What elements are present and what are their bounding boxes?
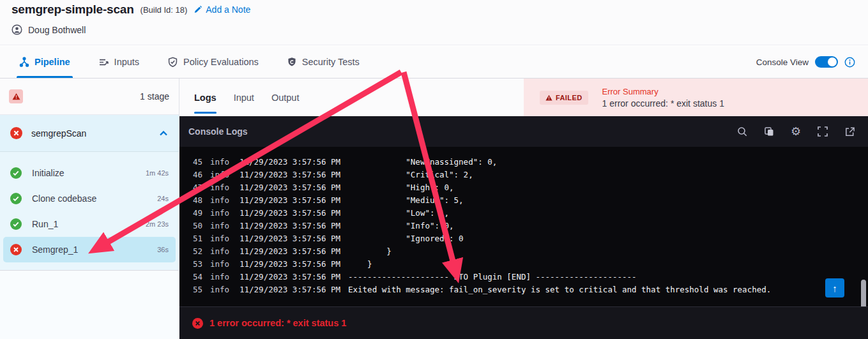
warning-badge-icon bbox=[9, 89, 23, 103]
shield-security-icon bbox=[287, 57, 297, 67]
tab-logs[interactable]: Logs bbox=[194, 79, 217, 116]
search-icon[interactable] bbox=[736, 126, 748, 137]
stage-count-row: 1 stage bbox=[0, 79, 179, 115]
logs-tab-underline bbox=[194, 112, 217, 114]
error-summary-title: Error Summary bbox=[602, 87, 724, 96]
log-level: info bbox=[210, 258, 234, 271]
error-summary-panel: FAILED Error Summary 1 error occurred: *… bbox=[524, 79, 868, 116]
log-message: "NewUnassigned": 0, bbox=[348, 156, 497, 169]
log-line: 50info11/29/2023 3:57:56 PM "Info": 0, bbox=[179, 220, 868, 232]
console-log-body[interactable]: 45info11/29/2023 3:57:56 PM "NewUnassign… bbox=[179, 147, 868, 306]
log-line: 54info11/29/2023 3:57:56 PM-------------… bbox=[179, 271, 868, 283]
log-line: 55info11/29/2023 3:57:56 PMExited with m… bbox=[179, 283, 868, 296]
log-message: } bbox=[348, 245, 392, 258]
line-number: 53 bbox=[192, 258, 202, 271]
chevron-up-icon[interactable] bbox=[158, 129, 169, 138]
log-message: "Low": 1, bbox=[348, 207, 449, 220]
build-id: (Build Id: 18) bbox=[141, 5, 188, 15]
line-number: 45 bbox=[192, 156, 202, 169]
step-initialize[interactable]: Initialize 1m 42s bbox=[3, 160, 176, 186]
log-message: "Critical": 2, bbox=[348, 169, 473, 181]
title-row: semgrep-simple-scan (Build Id: 18) Add a… bbox=[11, 3, 250, 17]
log-line: 45info11/29/2023 3:57:56 PM "NewUnassign… bbox=[179, 156, 868, 169]
step-run-1[interactable]: Run_1 2m 23s bbox=[3, 211, 176, 237]
user-name: Doug Bothwell bbox=[28, 25, 86, 35]
step-name: Clone codebase bbox=[32, 193, 157, 204]
step-name: Semgrep_1 bbox=[32, 245, 157, 255]
tab-input[interactable]: Input bbox=[234, 79, 254, 116]
pipeline-execution-page: semgrep-simple-scan (Build Id: 18) Add a… bbox=[0, 0, 868, 339]
tab-output[interactable]: Output bbox=[271, 79, 300, 116]
step-duration: 36s bbox=[157, 246, 169, 253]
warning-triangle-icon bbox=[545, 94, 552, 101]
scroll-to-top-button[interactable]: ↑ bbox=[825, 278, 844, 298]
failed-badge: FAILED bbox=[540, 91, 588, 105]
log-message: "Ignored": 0 bbox=[348, 232, 464, 245]
log-timestamp: 11/29/2023 3:57:56 PM bbox=[240, 271, 343, 283]
gear-glyph: ⚙ bbox=[791, 126, 801, 137]
settings-icon[interactable]: ⚙ bbox=[790, 126, 802, 137]
console-header: Console Logs ⚙ bbox=[179, 116, 868, 147]
step-name: Run_1 bbox=[32, 219, 146, 229]
log-timestamp: 11/29/2023 3:57:56 PM bbox=[240, 194, 343, 207]
log-message: "Info": 0, bbox=[348, 220, 454, 232]
log-level: info bbox=[210, 207, 234, 220]
pencil-icon bbox=[194, 5, 202, 14]
up-arrow-icon: ↑ bbox=[832, 283, 837, 294]
tab-policy-evaluations-label: Policy Evaluations bbox=[183, 57, 259, 67]
step-list: Initialize 1m 42s Clone codebase 24s Run… bbox=[0, 152, 179, 271]
tab-pipeline[interactable]: Pipeline bbox=[19, 46, 70, 78]
step-name: Initialize bbox=[32, 168, 146, 178]
console-toolbar: ⚙ bbox=[736, 126, 855, 137]
tab-pipeline-label: Pipeline bbox=[34, 57, 70, 67]
tab-policy-evaluations[interactable]: Policy Evaluations bbox=[167, 46, 259, 78]
console-logs-title: Console Logs bbox=[188, 126, 248, 137]
log-message: --------------------- STO Plugin [END] -… bbox=[348, 271, 637, 283]
console-view-toggle[interactable] bbox=[815, 56, 838, 68]
add-note-label: Add a Note bbox=[206, 4, 250, 15]
step-failed-icon bbox=[10, 244, 22, 255]
log-message: "Medium": 5, bbox=[348, 194, 464, 207]
line-number: 51 bbox=[192, 232, 202, 245]
log-timestamp: 11/29/2023 3:57:56 PM bbox=[240, 258, 343, 271]
line-number: 55 bbox=[192, 283, 202, 296]
tab-inputs[interactable]: Inputs bbox=[98, 46, 140, 78]
nav-tabbar: Pipeline Inputs bbox=[0, 46, 868, 79]
line-number: 52 bbox=[192, 245, 202, 258]
log-level: info bbox=[210, 156, 234, 169]
log-level: info bbox=[210, 283, 234, 296]
log-message: } bbox=[348, 258, 372, 271]
step-clone-codebase[interactable]: Clone codebase 24s bbox=[3, 186, 176, 211]
stage-count-label: 1 stage bbox=[140, 91, 169, 102]
log-timestamp: 11/29/2023 3:57:56 PM bbox=[240, 181, 343, 194]
log-line: 49info11/29/2023 3:57:56 PM "Low": 1, bbox=[179, 207, 868, 220]
tab-inputs-label: Inputs bbox=[114, 57, 140, 67]
step-duration: 2m 23s bbox=[146, 220, 169, 228]
log-timestamp: 11/29/2023 3:57:56 PM bbox=[240, 207, 343, 220]
log-line: 51info11/29/2023 3:57:56 PM "Ignored": 0 bbox=[179, 232, 868, 245]
console-panel: Logs Input Output FAILED bbox=[179, 79, 868, 339]
page-title: semgrep-simple-scan bbox=[11, 3, 134, 17]
tab-security-tests[interactable]: Security Tests bbox=[287, 46, 360, 78]
log-timestamp: 11/29/2023 3:57:56 PM bbox=[240, 220, 343, 232]
add-note-button[interactable]: Add a Note bbox=[194, 4, 250, 15]
stage-failed-icon bbox=[10, 127, 22, 139]
avatar-icon bbox=[11, 24, 22, 35]
log-line: 46info11/29/2023 3:57:56 PM "Critical": … bbox=[179, 169, 868, 181]
stage-header-semgrepscan[interactable]: semgrepScan bbox=[0, 115, 179, 152]
info-icon[interactable] bbox=[844, 57, 855, 68]
log-timestamp: 11/29/2023 3:57:56 PM bbox=[240, 156, 343, 169]
copy-icon[interactable] bbox=[763, 126, 775, 137]
step-success-icon bbox=[10, 167, 22, 179]
tab-output-label: Output bbox=[271, 93, 300, 103]
failed-badge-label: FAILED bbox=[556, 94, 582, 102]
fullscreen-icon[interactable] bbox=[817, 126, 828, 137]
log-level: info bbox=[210, 232, 234, 245]
active-tab-underline bbox=[17, 76, 73, 78]
tab-security-tests-label: Security Tests bbox=[302, 57, 360, 67]
console-footer: 1 error occurred: * exit status 1 bbox=[179, 306, 868, 339]
open-in-new-icon[interactable] bbox=[844, 126, 855, 137]
stage-sidebar: 1 stage semgrepScan Initialize 1m 42s bbox=[0, 79, 179, 339]
footer-error-message: 1 error occurred: * exit status 1 bbox=[209, 318, 346, 328]
step-semgrep-1[interactable]: Semgrep_1 36s bbox=[3, 237, 176, 262]
